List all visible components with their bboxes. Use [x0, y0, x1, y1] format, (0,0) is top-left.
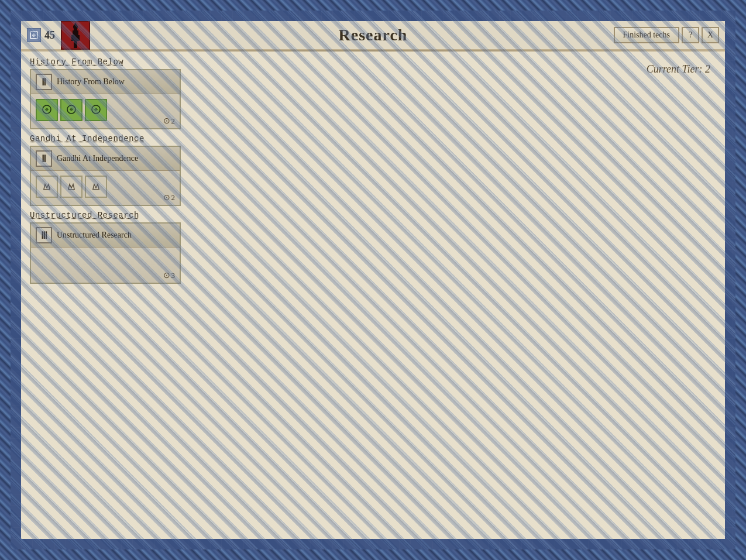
tech-icons-gandhi	[36, 176, 175, 198]
top-buttons: Finished techs ? X	[614, 27, 720, 43]
top-bar: 45 Research Finished techs ? X	[21, 21, 725, 50]
tech-cost-3: ⊙ 3	[163, 270, 176, 280]
tech-item-icon-2c[interactable]	[85, 176, 107, 198]
tech-card-gandhi-header: Ⅱ Gandhi At Independence	[31, 147, 180, 171]
tech-name-3: Unstructured Research	[57, 231, 132, 240]
tech-card-history-header: Ⅱ History From Below	[31, 70, 180, 94]
tech-cost-1: ⊙ 2	[163, 116, 176, 126]
cost-value-3: 3	[171, 271, 176, 280]
clock-icon-1: ⊙	[163, 116, 170, 126]
svg-marker-8	[73, 22, 78, 27]
clock-icon-2: ⊙	[163, 193, 170, 202]
close-button[interactable]: X	[702, 27, 719, 43]
tech-card-history-from-below[interactable]: Ⅱ History From Below	[30, 69, 181, 129]
tech-item-icon-1a[interactable]	[36, 99, 58, 121]
tier-badge-3: Ⅲ	[36, 227, 52, 243]
outer-border: 45 Research Finished techs ? X	[0, 0, 746, 560]
tech-name-1: History From Below	[57, 77, 125, 87]
cost-value-2: 2	[171, 193, 176, 202]
score-area: 45	[27, 28, 55, 42]
cost-value-1: 2	[171, 116, 176, 126]
tech-card-gandhi-body: ⊙ 2	[31, 171, 180, 205]
tech-card-unstructured-header: Ⅲ Unstructured Research	[31, 224, 180, 248]
tech-card-unstructured-body: ⊙ 3	[31, 248, 180, 283]
left-panel: History From Below Ⅱ History From Below	[30, 57, 217, 532]
right-panel: Current Tier: 2	[229, 57, 716, 532]
tech-item-icon-2a[interactable]	[36, 176, 58, 198]
content-area: History From Below Ⅱ History From Below	[21, 51, 725, 538]
score-value: 45	[44, 29, 55, 42]
tech-icons-history	[36, 99, 175, 121]
section-title-unstructured: Unstructured Research	[30, 211, 217, 220]
tech-item-icon-1b[interactable]	[60, 99, 82, 121]
tech-item-icon-1c[interactable]	[85, 99, 107, 121]
tech-card-unstructured[interactable]: Ⅲ Unstructured Research ⊙ 3	[30, 222, 181, 284]
tech-card-history-body: ⊙ 2	[31, 94, 180, 128]
section-title-gandhi: Gandhi At Independence	[30, 134, 217, 143]
tier-badge-1: Ⅱ	[36, 74, 52, 90]
score-icon	[27, 28, 41, 42]
inner-frame: 45 Research Finished techs ? X	[21, 21, 725, 539]
page-title: Research	[339, 26, 408, 44]
finished-techs-button[interactable]: Finished techs	[614, 27, 680, 43]
clock-icon-3: ⊙	[163, 270, 170, 280]
help-button[interactable]: ?	[682, 27, 699, 43]
civ-icon	[61, 21, 90, 50]
tech-cost-2: ⊙ 2	[163, 193, 176, 202]
current-tier-label: Current Tier: 2	[647, 63, 710, 75]
tech-card-gandhi[interactable]: Ⅱ Gandhi At Independence	[30, 146, 181, 206]
tech-name-2: Gandhi At Independence	[57, 154, 138, 163]
section-title-history-from-below: History From Below	[30, 57, 217, 67]
tier-badge-2: Ⅱ	[36, 150, 52, 167]
tech-item-icon-2b[interactable]	[60, 176, 82, 198]
svg-rect-3	[74, 40, 77, 48]
